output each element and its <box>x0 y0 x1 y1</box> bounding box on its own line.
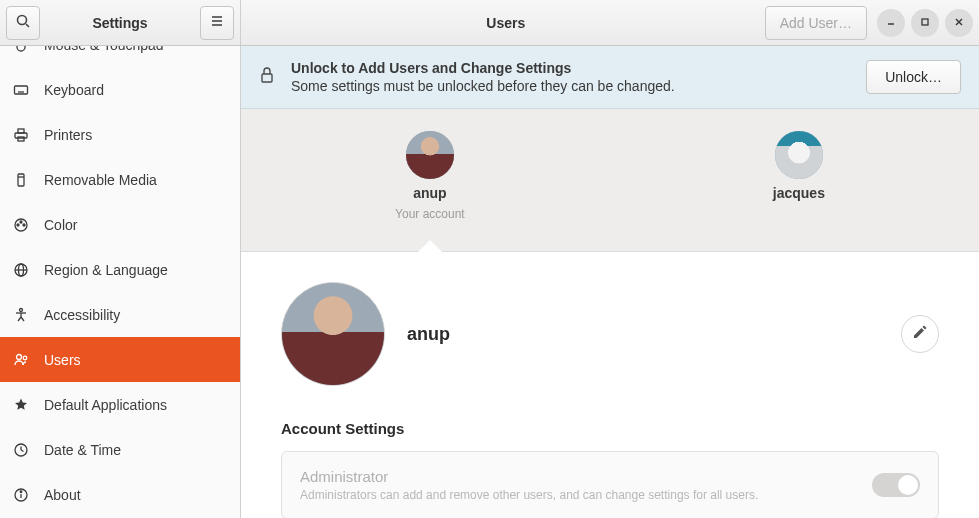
maximize-icon <box>919 14 931 32</box>
sidebar-item-label: Mouse & Touchpad <box>44 46 164 53</box>
sidebar-item-label: Region & Language <box>44 262 168 278</box>
add-user-label: Add User… <box>780 15 852 31</box>
svg-line-1 <box>26 24 29 27</box>
svg-point-24 <box>17 224 19 226</box>
window-controls <box>877 9 973 37</box>
info-icon <box>12 487 30 503</box>
maximize-button[interactable] <box>911 9 939 37</box>
sidebar-item-label: Accessibility <box>44 307 120 323</box>
svg-point-34 <box>23 356 27 360</box>
sidebar-item-default-applications[interactable]: Default Applications <box>0 382 240 427</box>
unlock-bar: Unlock to Add Users and Change Settings … <box>241 46 979 109</box>
user-chip-jacques[interactable]: jacques <box>773 131 825 201</box>
avatar <box>406 131 454 179</box>
clock-icon <box>12 442 30 458</box>
search-icon <box>15 13 31 33</box>
sidebar-item-label: Date & Time <box>44 442 121 458</box>
user-subtitle: Your account <box>395 207 465 221</box>
svg-point-23 <box>23 224 25 226</box>
svg-point-40 <box>20 491 22 493</box>
headerbar-right: Users Add User… <box>241 0 979 45</box>
avatar <box>775 131 823 179</box>
user-chip-anup[interactable]: anup Your account <box>395 131 465 221</box>
media-icon <box>12 172 30 188</box>
sidebar-item-label: Users <box>44 352 81 368</box>
sidebar-item-label: Color <box>44 217 77 233</box>
user-name: jacques <box>773 185 825 201</box>
svg-point-0 <box>18 15 27 24</box>
svg-rect-41 <box>262 74 272 82</box>
sidebar-item-users[interactable]: Users <box>0 337 240 382</box>
sidebar-item-keyboard[interactable]: Keyboard <box>0 67 240 112</box>
unlock-text: Unlock to Add Users and Change Settings … <box>291 60 675 94</box>
printer-icon <box>12 127 30 143</box>
globe-icon <box>12 262 30 278</box>
sidebar-item-removable-media[interactable]: Removable Media <box>0 157 240 202</box>
row-subtitle: Administrators can add and remove other … <box>300 488 758 502</box>
svg-rect-19 <box>18 174 24 186</box>
content-area: Unlock to Add Users and Change Settings … <box>241 46 979 518</box>
close-button[interactable] <box>945 9 973 37</box>
svg-line-32 <box>21 317 24 321</box>
keyboard-icon <box>12 82 30 98</box>
svg-rect-9 <box>17 46 25 51</box>
sidebar-item-label: Removable Media <box>44 172 157 188</box>
color-icon <box>12 217 30 233</box>
sidebar-item-accessibility[interactable]: Accessibility <box>0 292 240 337</box>
users-icon <box>12 352 30 368</box>
svg-rect-17 <box>18 129 24 133</box>
svg-line-37 <box>21 450 24 452</box>
body: Mouse & TouchpadKeyboardPrintersRemovabl… <box>0 46 979 518</box>
search-button[interactable] <box>6 6 40 40</box>
mouse-icon <box>12 46 30 53</box>
svg-rect-6 <box>922 19 928 25</box>
minimize-icon <box>885 14 897 32</box>
hamburger-icon <box>209 13 225 33</box>
hamburger-menu-button[interactable] <box>200 6 234 40</box>
add-user-button: Add User… <box>765 6 867 40</box>
svg-rect-18 <box>18 137 24 141</box>
administrator-toggle <box>872 473 920 497</box>
sidebar-item-label: About <box>44 487 81 503</box>
svg-point-33 <box>17 354 22 359</box>
edit-name-button[interactable] <box>901 315 939 353</box>
star-icon <box>12 397 30 413</box>
sidebar: Mouse & TouchpadKeyboardPrintersRemovabl… <box>0 46 241 518</box>
sidebar-item-label: Default Applications <box>44 397 167 413</box>
row-text: Administrator Administrators can add and… <box>300 468 758 502</box>
sidebar-item-label: Keyboard <box>44 82 104 98</box>
sidebar-item-label: Printers <box>44 127 92 143</box>
sidebar-title: Settings <box>40 15 200 31</box>
accessibility-icon <box>12 307 30 323</box>
unlock-title: Unlock to Add Users and Change Settings <box>291 60 675 76</box>
headerbar-left: Settings <box>0 0 241 45</box>
svg-rect-11 <box>15 86 28 94</box>
avatar-large[interactable] <box>281 282 385 386</box>
pencil-icon <box>912 324 928 344</box>
row-title: Administrator <box>300 468 758 485</box>
panel-title: Users <box>247 15 765 31</box>
user-name: anup <box>413 185 446 201</box>
sidebar-item-printers[interactable]: Printers <box>0 112 240 157</box>
svg-point-22 <box>20 221 22 223</box>
unlock-subtitle: Some settings must be unlocked before th… <box>291 78 675 94</box>
minimize-button[interactable] <box>877 9 905 37</box>
sidebar-item-color[interactable]: Color <box>0 202 240 247</box>
lock-icon <box>259 66 275 88</box>
section-heading: Account Settings <box>281 420 939 437</box>
user-detail: anup Account Settings Administrator Admi… <box>241 252 979 518</box>
headerbar: Settings Users Add User… <box>0 0 979 46</box>
sidebar-item-date-time[interactable]: Date & Time <box>0 427 240 472</box>
user-strip: anup Your account jacques <box>241 109 979 252</box>
sidebar-item-mouse-touchpad[interactable]: Mouse & Touchpad <box>0 46 240 67</box>
sidebar-item-about[interactable]: About <box>0 472 240 517</box>
svg-point-28 <box>20 308 23 311</box>
svg-line-31 <box>18 317 21 321</box>
close-icon <box>953 14 965 32</box>
unlock-button[interactable]: Unlock… <box>866 60 961 94</box>
administrator-row: Administrator Administrators can add and… <box>281 451 939 518</box>
sidebar-item-region-language[interactable]: Region & Language <box>0 247 240 292</box>
detail-user-name: anup <box>407 324 450 345</box>
selection-notch <box>418 240 442 252</box>
detail-header: anup <box>281 282 939 386</box>
